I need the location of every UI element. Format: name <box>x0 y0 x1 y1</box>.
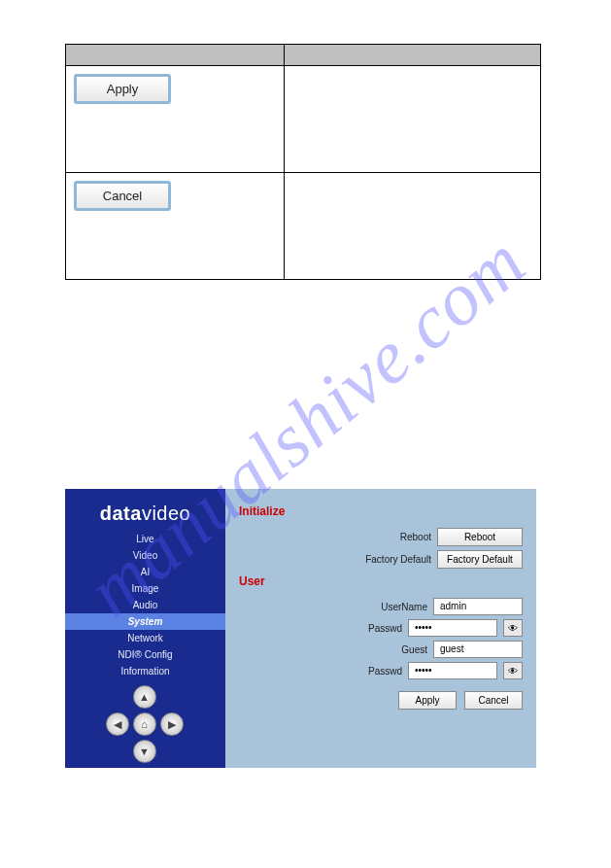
dpad: ▲ ◀ ⌂ ▶ ▼ <box>106 685 186 765</box>
username-field[interactable]: admin <box>433 598 523 615</box>
user-title: User <box>239 574 523 588</box>
guest-label: Guest <box>350 644 427 655</box>
factory-default-button[interactable]: Factory Default <box>437 550 523 569</box>
content-area: Initialize Reboot Reboot Factory Default… <box>225 489 536 768</box>
factory-default-label: Factory Default <box>354 554 431 565</box>
dpad-down-icon[interactable]: ▼ <box>133 740 156 763</box>
eye-icon[interactable]: 👁 <box>503 619 523 637</box>
table-header-right <box>285 45 541 66</box>
dpad-right-icon[interactable]: ▶ <box>160 712 184 736</box>
passwd1-label: Passwd <box>324 623 402 634</box>
apply-button[interactable]: Apply <box>74 74 171 104</box>
sidebar: datavideo Live Video AI Image Audio Syst… <box>65 489 225 768</box>
eye-icon[interactable]: 👁 <box>503 662 523 679</box>
passwd2-label: Passwd <box>324 666 402 677</box>
panel-cancel-button[interactable]: Cancel <box>464 691 523 710</box>
sidebar-item-live[interactable]: Live <box>65 531 225 547</box>
sidebar-item-video[interactable]: Video <box>65 547 225 564</box>
sidebar-item-audio[interactable]: Audio <box>65 597 225 613</box>
sidebar-item-system[interactable]: System <box>65 613 225 630</box>
passwd1-field[interactable]: ••••• <box>408 619 497 637</box>
passwd2-field[interactable]: ••••• <box>408 662 497 679</box>
dpad-up-icon[interactable]: ▲ <box>133 685 156 709</box>
reboot-label: Reboot <box>354 532 431 542</box>
username-label: UserName <box>350 602 427 612</box>
config-panel: datavideo Live Video AI Image Audio Syst… <box>65 489 536 768</box>
initialize-title: Initialize <box>239 504 523 518</box>
cancel-button[interactable]: Cancel <box>74 181 171 211</box>
sidebar-item-ndi-config[interactable]: NDI® Config <box>65 646 225 663</box>
sidebar-item-ai[interactable]: AI <box>65 564 225 580</box>
logo: datavideo <box>100 503 190 525</box>
sidebar-item-network[interactable]: Network <box>65 630 225 646</box>
table-header-left <box>66 45 285 66</box>
sidebar-menu: Live Video AI Image Audio System Network… <box>65 531 225 679</box>
panel-apply-button[interactable]: Apply <box>398 691 457 710</box>
dpad-left-icon[interactable]: ◀ <box>106 712 129 736</box>
reboot-button[interactable]: Reboot <box>437 528 523 546</box>
dpad-home-icon[interactable]: ⌂ <box>133 712 156 736</box>
sidebar-item-image[interactable]: Image <box>65 580 225 597</box>
buttons-table: Apply Cancel <box>65 44 541 280</box>
logo-bold: data <box>100 503 142 524</box>
logo-light: video <box>142 503 190 524</box>
sidebar-item-information[interactable]: Information <box>65 663 225 679</box>
guest-field[interactable]: guest <box>433 641 523 658</box>
